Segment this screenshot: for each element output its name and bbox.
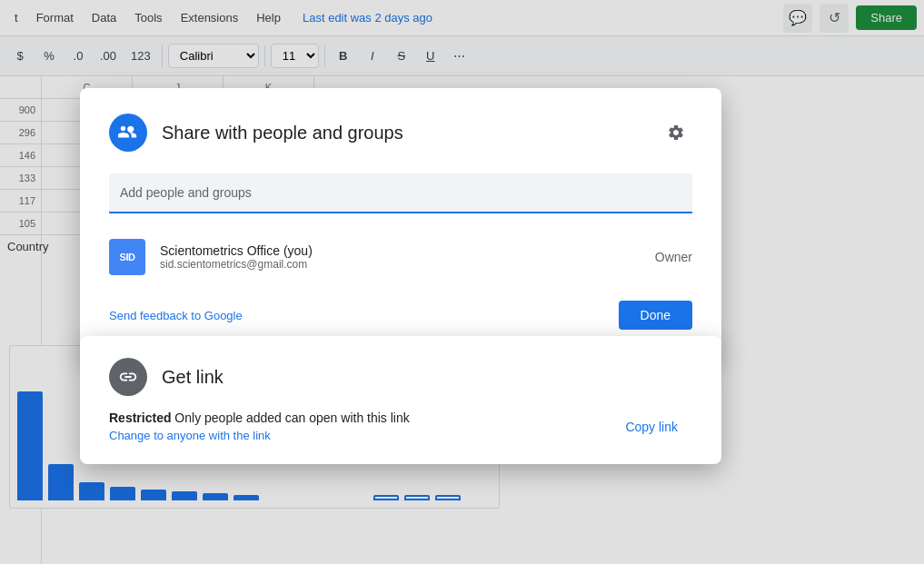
done-button[interactable]: Done bbox=[619, 301, 692, 330]
user-info: Scientometrics Office (you) sid.scientom… bbox=[160, 243, 641, 271]
share-icon-circle bbox=[109, 114, 147, 152]
copy-link-button[interactable]: Copy link bbox=[611, 412, 692, 441]
settings-icon-btn[interactable] bbox=[660, 116, 692, 149]
feedback-link[interactable]: Send feedback to Google bbox=[109, 309, 243, 322]
link-description-text: Only people added can open with this lin… bbox=[174, 411, 409, 425]
share-people-icon bbox=[118, 123, 138, 143]
user-email: sid.scientometrics@gmail.com bbox=[160, 258, 641, 271]
link-icon bbox=[118, 367, 138, 387]
user-role: Owner bbox=[655, 250, 692, 264]
user-avatar: SID bbox=[109, 239, 145, 275]
share-dialog-header: Share with people and groups bbox=[109, 114, 692, 152]
link-restriction-info: Restricted Only people added can open wi… bbox=[109, 411, 410, 442]
share-dialog-footer: Send feedback to Google Done bbox=[109, 301, 692, 330]
link-info-text: Restricted Only people added can open wi… bbox=[109, 411, 410, 425]
restricted-label: Restricted bbox=[109, 411, 171, 425]
link-info-row: Restricted Only people added can open wi… bbox=[109, 411, 692, 442]
add-people-input-wrapper bbox=[109, 173, 692, 213]
gear-icon bbox=[667, 124, 685, 142]
get-link-header: Get link bbox=[109, 358, 692, 396]
share-dialog: Share with people and groups SID Sciento… bbox=[80, 88, 721, 355]
share-dialog-title: Share with people and groups bbox=[162, 123, 645, 143]
get-link-dialog: Get link Restricted Only people added ca… bbox=[80, 336, 721, 464]
link-icon-circle bbox=[109, 358, 147, 396]
user-row: SID Scientometrics Office (you) sid.scie… bbox=[109, 232, 692, 282]
user-name: Scientometrics Office (you) bbox=[160, 243, 641, 258]
add-people-input[interactable] bbox=[109, 173, 692, 213]
get-link-title: Get link bbox=[162, 367, 224, 388]
change-link-btn[interactable]: Change to anyone with the link bbox=[109, 429, 410, 442]
